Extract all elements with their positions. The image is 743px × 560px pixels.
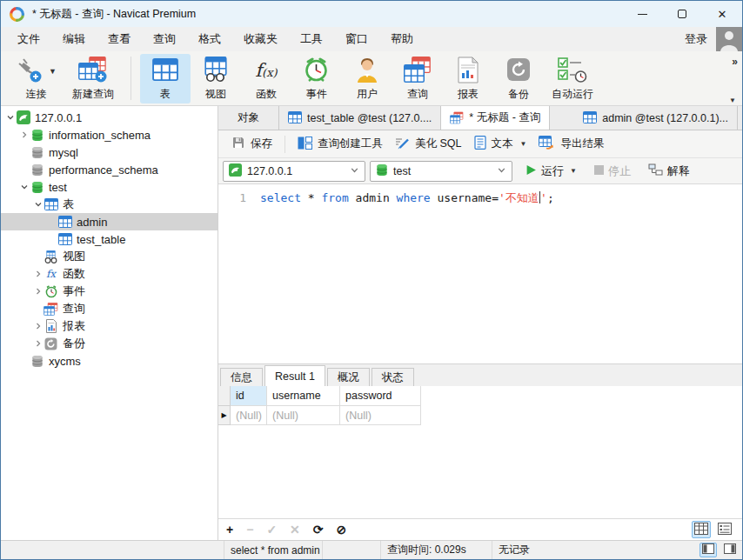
divider <box>284 136 285 153</box>
tree-item-xycms[interactable]: xycms <box>1 352 218 370</box>
toolbar-button-新建查询[interactable]: 新建查询 <box>64 54 122 103</box>
export-result-button[interactable]: 导出结果 <box>532 134 610 155</box>
database-gray-icon <box>30 354 44 368</box>
result-tab-Result 1[interactable]: Result 1 <box>264 365 325 386</box>
status-section-blank <box>323 541 381 559</box>
text-view-button[interactable]: 文本 ▼ <box>468 134 533 155</box>
chevron-down-icon[interactable] <box>32 200 44 209</box>
toolbar-button-视图[interactable]: 视图 <box>191 54 241 103</box>
chevron-right-icon[interactable] <box>32 287 44 296</box>
toolbar-button-报表[interactable]: 报表 <box>443 54 493 103</box>
tree-item-表[interactable]: 表 <box>1 196 218 213</box>
menu-item-帮助[interactable]: 帮助 <box>379 27 425 51</box>
tree-item-admin[interactable]: admin <box>1 213 218 230</box>
tree-item-127.0.0.1[interactable]: 127.0.0.1 <box>1 109 218 126</box>
table-cell[interactable]: (Null) <box>267 406 340 425</box>
table-sm-icon <box>288 111 302 124</box>
stop-record-icon[interactable]: ⊘ <box>337 523 347 536</box>
tree-item-函数[interactable]: fx函数 <box>1 265 218 283</box>
current-row-marker[interactable]: ▶ <box>218 406 231 425</box>
menu-item-文件[interactable]: 文件 <box>6 27 51 51</box>
column-header-password[interactable]: password <box>340 386 421 406</box>
result-tab-bar: 信息Result 1概况状态 <box>218 364 742 386</box>
grid-view-button[interactable] <box>692 521 711 538</box>
function-icon: f(x) <box>255 62 277 80</box>
chevron-right-icon[interactable] <box>32 339 44 348</box>
menu-item-查询[interactable]: 查询 <box>142 27 187 51</box>
refresh-icon[interactable]: ⟳ <box>313 523 324 536</box>
chevron-down-icon: ▼ <box>49 67 57 76</box>
apply-record-icon[interactable]: ✓ <box>266 523 277 536</box>
row-marker-header[interactable] <box>218 386 231 406</box>
backup-icon <box>505 57 532 85</box>
tree-item-test[interactable]: test <box>1 178 218 196</box>
view-icon <box>203 57 229 85</box>
table-cell[interactable]: (Null) <box>231 406 267 425</box>
stop-button[interactable]: 停止 <box>594 163 631 179</box>
tree-item-查询[interactable]: 查询 <box>1 300 218 317</box>
toolbar-button-用户[interactable]: 用户 <box>342 54 392 103</box>
discard-record-icon[interactable]: ✕ <box>290 523 300 536</box>
toolbar-overflow-icon[interactable]: » <box>732 56 738 68</box>
show-right-pane-button[interactable] <box>721 543 739 557</box>
tree-item-事件[interactable]: 事件 <box>1 283 218 300</box>
toolbar-button-连接[interactable]: ▼连接 <box>8 54 64 103</box>
toolbar-button-表[interactable]: 表 <box>140 54 191 103</box>
tree-item-mysql[interactable]: mysql <box>1 143 218 161</box>
column-header-username[interactable]: username <box>267 386 340 406</box>
document-tab-admin @test (127.0.0.1)...[interactable]: admin @test (127.0.0.1)... <box>574 106 738 130</box>
beautify-sql-button[interactable]: 美化 SQL <box>389 134 468 155</box>
chevron-right-icon[interactable] <box>32 322 44 330</box>
toolbar-button-自动运行[interactable]: 自动运行 <box>544 54 601 103</box>
toolbar-button-查询[interactable]: 查询 <box>392 54 443 103</box>
minimize-button[interactable] <box>622 1 662 27</box>
toolbar-button-备份[interactable]: 备份 <box>493 54 544 103</box>
show-left-pane-button[interactable] <box>699 543 717 557</box>
main-toolbar: ▼连接新建查询表视图f(x)函数事件用户查询报表备份自动运行 » ▼ <box>1 51 742 106</box>
menu-item-格式[interactable]: 格式 <box>187 27 232 51</box>
document-tab-对象[interactable]: 对象 <box>218 106 279 130</box>
tree-item-information_schema[interactable]: information_schema <box>1 126 218 143</box>
run-button[interactable]: 运行 ▼ <box>525 163 577 179</box>
explain-button[interactable]: 解释 <box>648 163 690 179</box>
chevron-right-icon[interactable] <box>32 270 44 278</box>
toolbar-button-事件[interactable]: 事件 <box>291 54 342 103</box>
menu-item-窗口[interactable]: 窗口 <box>334 27 379 51</box>
add-record-icon[interactable]: + <box>226 523 233 536</box>
tab-bar-gap <box>550 106 574 130</box>
chevron-down-icon[interactable] <box>4 113 16 122</box>
result-tab-概况[interactable]: 概况 <box>327 368 370 386</box>
save-button[interactable]: 保存 <box>225 134 278 155</box>
column-header-id[interactable]: id <box>231 386 267 406</box>
query-builder-button[interactable]: 查询创建工具 <box>291 134 389 155</box>
table-sm-icon <box>57 215 72 229</box>
delete-record-icon[interactable]: − <box>246 523 253 536</box>
menu-item-工具[interactable]: 工具 <box>289 27 334 51</box>
close-button[interactable]: ✕ <box>702 1 742 27</box>
tree-item-test_table[interactable]: test_table <box>1 230 218 248</box>
tree-item-视图[interactable]: 视图 <box>1 248 218 265</box>
toolbar-button-函数[interactable]: f(x)函数 <box>241 54 291 103</box>
maximize-button[interactable] <box>662 1 702 27</box>
menu-item-收藏夹[interactable]: 收藏夹 <box>232 27 289 51</box>
sql-editor[interactable]: 1 select * from admin where username='不知… <box>218 184 742 363</box>
result-tab-状态[interactable]: 状态 <box>372 368 414 386</box>
database-select[interactable]: test <box>370 161 512 182</box>
result-tab-信息[interactable]: 信息 <box>220 368 263 386</box>
form-view-button[interactable] <box>715 521 734 538</box>
tree-item-备份[interactable]: 备份 <box>1 335 218 352</box>
chevron-right-icon[interactable] <box>18 130 30 139</box>
menu-item-编辑[interactable]: 编辑 <box>51 27 97 51</box>
chevron-down-icon[interactable] <box>18 183 30 191</box>
table-cell[interactable]: (Null) <box>340 406 421 425</box>
tree-item-performance_schema[interactable]: performance_schema <box>1 161 218 178</box>
login-button[interactable]: 登录 <box>676 31 716 47</box>
document-tab-test_table @test (127.0....[interactable]: test_table @test (127.0.... <box>279 106 441 130</box>
document-tab-* 无标题 - 查询[interactable]: * 无标题 - 查询 <box>441 106 550 130</box>
connection-select[interactable]: 127.0.0.1 <box>223 161 365 182</box>
menu-item-查看[interactable]: 查看 <box>97 27 142 51</box>
grid-view-icon <box>694 523 708 537</box>
user-avatar[interactable] <box>716 27 742 51</box>
toolbar-more-icon[interactable]: ▼ <box>729 97 736 104</box>
tree-item-报表[interactable]: 报表 <box>1 317 218 335</box>
